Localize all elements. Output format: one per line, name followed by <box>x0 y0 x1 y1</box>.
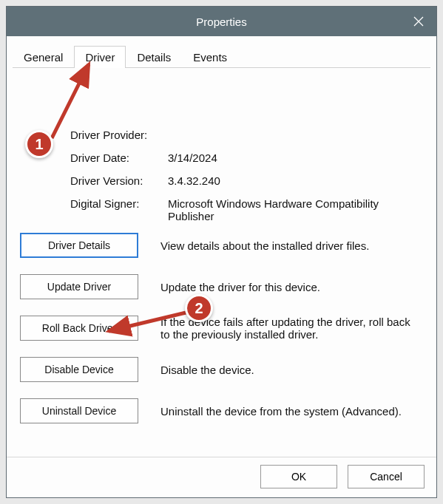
roll-back-driver-button[interactable]: Roll Back Driver <box>20 316 138 341</box>
roll-back-desc: If the device fails after updating the d… <box>160 316 423 341</box>
disable-desc: Disable the device. <box>160 364 423 376</box>
tab-events[interactable]: Events <box>182 46 238 68</box>
row-disable: Disable Device Disable the device. <box>20 357 423 382</box>
row-roll-back: Roll Back Driver If the device fails aft… <box>20 316 423 341</box>
driver-details-button[interactable]: Driver Details <box>20 233 138 258</box>
label-signer: Digital Signer: <box>70 197 168 210</box>
window-title: Properties <box>196 16 246 28</box>
row-driver-details: Driver Details View details about the in… <box>20 233 423 258</box>
properties-window: Properties General Driver Details Events… <box>6 6 437 498</box>
update-driver-button[interactable]: Update Driver <box>20 274 138 299</box>
disable-device-button[interactable]: Disable Device <box>20 357 138 382</box>
label-provider: Driver Provider: <box>70 129 168 141</box>
update-driver-desc: Update the driver for this device. <box>160 281 423 293</box>
row-version: Driver Version: 3.4.32.240 <box>70 174 423 187</box>
row-signer: Digital Signer: Microsoft Windows Hardwa… <box>70 197 423 222</box>
value-date: 3/14/2024 <box>168 151 223 164</box>
uninstall-desc: Uninstall the device from the system (Ad… <box>160 405 423 418</box>
dialog-footer: OK Cancel <box>7 457 436 497</box>
driver-info-grid: Driver Provider: Driver Date: 3/14/2024 … <box>70 129 423 222</box>
driver-actions: Driver Details View details about the in… <box>20 233 423 423</box>
close-button[interactable] <box>401 7 436 36</box>
row-date: Driver Date: 3/14/2024 <box>70 151 423 164</box>
value-version: 3.4.32.240 <box>168 174 226 187</box>
value-signer: Microsoft Windows Hardware Compatibility… <box>168 197 423 222</box>
tab-body-driver: Driver Provider: Driver Date: 3/14/2024 … <box>13 68 430 440</box>
uninstall-device-button[interactable]: Uninstall Device <box>20 398 138 423</box>
tab-general[interactable]: General <box>13 46 74 68</box>
titlebar: Properties <box>7 7 436 36</box>
tab-strip: General Driver Details Events <box>13 45 430 68</box>
driver-details-desc: View details about the installed driver … <box>160 239 423 252</box>
label-date: Driver Date: <box>70 151 168 164</box>
close-icon <box>413 16 424 27</box>
cancel-button[interactable]: Cancel <box>348 465 425 488</box>
tab-details[interactable]: Details <box>126 46 182 68</box>
label-version: Driver Version: <box>70 174 168 187</box>
row-update-driver: Update Driver Update the driver for this… <box>20 274 423 299</box>
tab-driver[interactable]: Driver <box>74 46 126 68</box>
row-provider: Driver Provider: <box>70 129 423 141</box>
ok-button[interactable]: OK <box>260 465 337 488</box>
window-content: General Driver Details Events Driver Pro… <box>7 36 436 457</box>
row-uninstall: Uninstall Device Uninstall the device fr… <box>20 398 423 423</box>
